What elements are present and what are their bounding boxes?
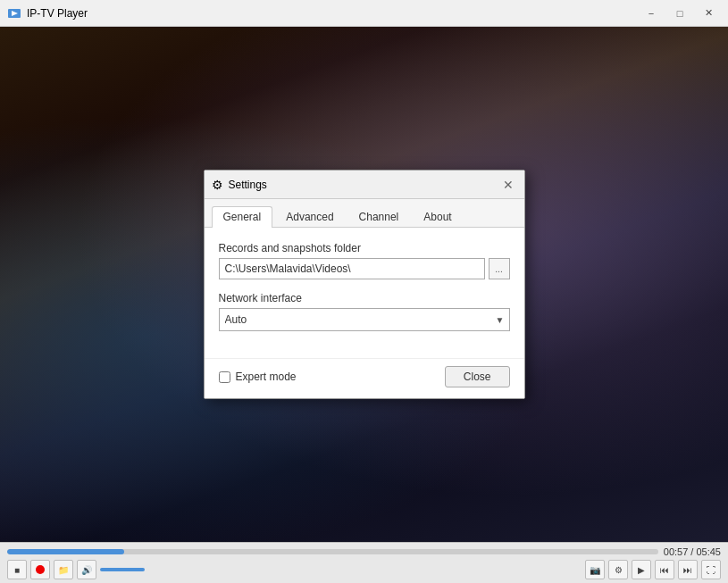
browse-button[interactable]: ...: [489, 258, 510, 279]
folder-input[interactable]: [219, 258, 485, 279]
record-dot-icon: [36, 565, 45, 574]
progress-bar-container[interactable]: [7, 549, 658, 554]
right-controls: 📷 ⚙ ▶ ⏮ ⏭ ⛶: [585, 560, 721, 579]
app-title: IP-TV Player: [27, 7, 88, 20]
dialog-title-bar: ⚙ Settings ✕: [205, 171, 524, 199]
maximize-button[interactable]: □: [667, 4, 692, 22]
tab-channel[interactable]: Channel: [347, 206, 411, 227]
network-select-wrapper: Auto eth0 wlan0 ▼: [219, 308, 510, 331]
title-bar: IP-TV Player − □ ✕: [0, 0, 728, 27]
fullscreen-button[interactable]: ⛶: [701, 560, 721, 579]
app-icon: [7, 6, 21, 21]
expert-mode-row: Expert mode: [219, 371, 297, 383]
close-button[interactable]: Close: [445, 366, 510, 387]
expert-mode-label[interactable]: Expert mode: [236, 371, 297, 383]
dialog-close-button[interactable]: ✕: [499, 176, 517, 194]
controls-row: ■ 📁 🔊 📷 ⚙ ▶ ⏮ ⏭ ⛶: [7, 560, 721, 579]
tab-general[interactable]: General: [212, 206, 273, 228]
dialog-title-left: ⚙ Settings: [212, 178, 267, 192]
prev-button[interactable]: ⏮: [655, 560, 674, 579]
progress-bar-fill: [7, 549, 124, 554]
dialog-footer: Expert mode Close: [205, 358, 524, 398]
network-select[interactable]: Auto eth0 wlan0: [219, 308, 510, 331]
folder-input-row: ...: [219, 258, 510, 279]
dialog-content: Records and snapshots folder ... Network…: [205, 228, 524, 358]
settings-dialog: ⚙ Settings ✕ General Advanced Channel Ab…: [204, 170, 525, 399]
settings-gear-icon: ⚙: [212, 178, 223, 192]
volume-button[interactable]: 🔊: [77, 560, 96, 579]
record-button[interactable]: [30, 560, 50, 579]
settings-button[interactable]: ⚙: [608, 560, 628, 579]
stop-button[interactable]: ■: [7, 560, 27, 579]
time-display: 00:57 / 05:45: [664, 546, 721, 557]
network-field-group: Network interface Auto eth0 wlan0 ▼: [219, 292, 510, 331]
minimize-button[interactable]: −: [639, 4, 664, 22]
expert-mode-checkbox[interactable]: [219, 371, 230, 383]
network-label: Network interface: [219, 292, 510, 304]
folder-label: Records and snapshots folder: [219, 242, 510, 254]
folder-field-group: Records and snapshots folder ...: [219, 242, 510, 279]
window-close-button[interactable]: ✕: [696, 4, 721, 22]
progress-row: 00:57 / 05:45: [7, 546, 721, 557]
volume-slider[interactable]: [100, 568, 145, 571]
tab-about[interactable]: About: [412, 206, 463, 227]
window-controls: − □ ✕: [639, 4, 721, 22]
next-button[interactable]: ⏭: [678, 560, 698, 579]
play-button[interactable]: ▶: [632, 560, 651, 579]
control-bar: 00:57 / 05:45 ■ 📁 🔊 📷 ⚙ ▶ ⏮ ⏭ ⛶: [0, 542, 728, 583]
settings-tabs: General Advanced Channel About: [205, 199, 524, 228]
dialog-title: Settings: [229, 179, 267, 191]
open-file-button[interactable]: 📁: [54, 560, 73, 579]
snapshot-button[interactable]: 📷: [585, 560, 605, 579]
tab-advanced[interactable]: Advanced: [274, 206, 345, 227]
dialog-overlay: ⚙ Settings ✕ General Advanced Channel Ab…: [0, 27, 728, 542]
